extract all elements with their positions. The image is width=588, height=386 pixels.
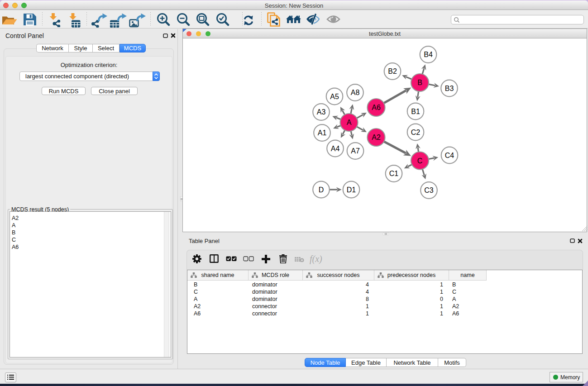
svg-text:C1: C1 [389, 170, 399, 177]
svg-text:D: D [319, 186, 324, 194]
svg-text:A6: A6 [372, 104, 381, 111]
svg-text:B3: B3 [445, 85, 454, 92]
svg-text:B1: B1 [411, 108, 420, 115]
svg-text:A1: A1 [318, 129, 327, 137]
svg-text:C: C [417, 157, 423, 165]
svg-text:D1: D1 [347, 186, 356, 194]
svg-text:B4: B4 [424, 51, 433, 58]
svg-text:A8: A8 [351, 89, 360, 96]
svg-text:B: B [417, 79, 422, 86]
svg-text:A7: A7 [351, 147, 360, 155]
svg-text:A4: A4 [331, 145, 340, 152]
svg-text:A2: A2 [372, 133, 381, 141]
svg-text:C3: C3 [424, 186, 434, 194]
svg-text:A: A [347, 119, 352, 126]
svg-text:A5: A5 [330, 93, 339, 100]
svg-text:A3: A3 [317, 108, 326, 116]
svg-text:C2: C2 [411, 129, 421, 136]
svg-text:C4: C4 [445, 152, 454, 159]
svg-text:B2: B2 [388, 67, 397, 75]
